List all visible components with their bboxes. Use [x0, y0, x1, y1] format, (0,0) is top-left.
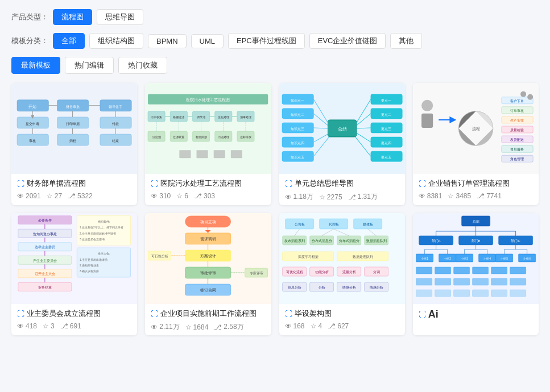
- card-5-info: ⛶ 业主委员会成立流程图 👁 418 ☆ 3 ⎇ 691: [11, 304, 137, 333]
- card-6-forks: ⎇ 2.58万: [214, 322, 243, 332]
- svg-rect-249: [416, 290, 432, 297]
- card-2-stars: ☆ 6: [176, 192, 188, 200]
- svg-text:小组1: 小组1: [421, 257, 428, 260]
- card-1-forks: ⎇ 5322: [68, 192, 93, 200]
- eye-icon-7: 👁: [285, 322, 292, 330]
- svg-text:归档: 归档: [69, 139, 76, 143]
- cat-other[interactable]: 其他: [390, 33, 422, 49]
- svg-text:签订合同: 签订合同: [200, 288, 216, 292]
- card-7[interactable]: 公告板 代理板 媒体板 发布消息系列 分布式消息分 分布式消息分 数据消息队列: [279, 213, 405, 335]
- svg-point-93: [421, 100, 433, 111]
- svg-text:2.业主单元面积超标准申请书: 2.业主单元面积超标准申请书: [80, 232, 116, 235]
- card-8-icon: ⛶: [419, 310, 426, 319]
- card-7-icon: ⛶: [285, 310, 292, 318]
- tab-newest[interactable]: 最新模板: [11, 57, 60, 74]
- svg-text:医院污水处理工艺流程图: 医院污水处理工艺流程图: [186, 98, 230, 102]
- card-4-info: ⛶ 企业销售订单管理流程图 👁 8381 ☆ 3485 ⎇ 7741: [413, 174, 539, 203]
- card-4-stats: 👁 8381 ☆ 3485 ⎇ 7741: [419, 192, 533, 200]
- card-4[interactable]: 流程 客户下单 订单审核 生产安排 质量检验 发货配送: [413, 83, 539, 205]
- svg-text:消毒处理: 消毒处理: [240, 115, 251, 119]
- tab-hot-fav[interactable]: 热门收藏: [118, 57, 167, 74]
- svg-rect-245: [453, 278, 469, 285]
- card-5-stars: ☆ 3: [43, 322, 55, 330]
- cards-grid: 开始 提交申请 审核 财务审批 打印单据 归档 领导签字 付款: [11, 83, 539, 335]
- card-6-stars: ☆ 1684: [185, 323, 209, 331]
- cat-evc[interactable]: EVC企业价值链图: [309, 33, 386, 49]
- card-1-stats: 👁 2091 ☆ 27 ⎇ 5322: [17, 192, 131, 200]
- btn-flowchart[interactable]: 流程图: [53, 9, 92, 25]
- svg-rect-237: [416, 267, 432, 274]
- cat-org[interactable]: 组织结构图: [89, 33, 143, 49]
- card-1[interactable]: 开始 提交申请 审核 财务审批 打印单据 归档 领导签字 付款: [11, 83, 137, 205]
- card-3-stars: ☆ 2275: [319, 193, 342, 201]
- svg-line-92: [355, 137, 370, 156]
- svg-text:售后服务: 售后服务: [510, 148, 524, 151]
- svg-point-112: [520, 91, 526, 97]
- tab-hot-edit[interactable]: 热门编辑: [65, 57, 114, 74]
- card-7-info: ⛶ 毕设架构图 👁 168 ☆ 4 ⎇ 627: [279, 304, 405, 333]
- card-3-views: 👁 1.18万: [285, 192, 313, 202]
- svg-text:开始: 开始: [28, 105, 36, 109]
- svg-text:媒体板: 媒体板: [362, 223, 373, 226]
- card-5[interactable]: 必要条件 告知街道办事处 选举业主委员 产生业主委员会 召开业主大会 业务结束: [11, 213, 137, 335]
- card-2-info: ⛶ 医院污水处理工艺流程图 👁 310 ☆ 6 ⎇ 303: [145, 174, 271, 203]
- card-7-views: 👁 168: [285, 322, 305, 330]
- card-1-title: 财务部单据流程图: [27, 178, 86, 189]
- card-6-views: 👁 2.11万: [151, 322, 179, 332]
- svg-text:分布式消息分: 分布式消息分: [311, 239, 332, 243]
- svg-rect-248: [510, 278, 526, 285]
- svg-rect-238: [435, 267, 450, 274]
- cat-uml[interactable]: UML: [191, 34, 224, 48]
- fork-icon-6: ⎇: [214, 323, 222, 331]
- svg-text:污水收集: 污水收集: [151, 115, 162, 119]
- svg-text:角色管理: 角色管理: [510, 157, 524, 161]
- svg-text:格栅过滤: 格栅过滤: [173, 115, 185, 119]
- cat-epc[interactable]: EPC事件过程线图: [228, 33, 305, 49]
- svg-rect-246: [472, 278, 488, 285]
- svg-text:2.通知所有业主: 2.通知所有业主: [80, 264, 99, 267]
- svg-marker-144: [205, 230, 211, 233]
- svg-rect-252: [472, 290, 488, 297]
- product-type-label: 产品类型：: [11, 12, 48, 22]
- card-6[interactable]: 项目立项 需求调研 方案设计 审批评审 签订合同: [145, 213, 271, 335]
- star-icon-2: ☆: [176, 192, 183, 200]
- btn-mindmap[interactable]: 思维导图: [97, 9, 143, 25]
- svg-text:总部: 总部: [472, 219, 479, 223]
- card-8-title: Ai: [428, 308, 439, 320]
- svg-text:可行性分析: 可行性分析: [151, 255, 168, 258]
- star-icon-6: ☆: [185, 323, 192, 331]
- cat-all[interactable]: 全部: [53, 33, 85, 49]
- card-4-forks: ⎇ 7741: [477, 192, 502, 200]
- card-8[interactable]: 总部 部门A 部门B 部门C: [413, 213, 539, 335]
- svg-text:付款: 付款: [111, 122, 119, 126]
- svg-text:3.确认议程安排: 3.确认议程安排: [80, 269, 99, 273]
- cat-bpmn[interactable]: BPMN: [148, 34, 187, 48]
- card-3-info: ⛶ 单元总结思维导图 👁 1.18万 ☆ 2275 ⎇ 1.31万: [279, 174, 405, 205]
- fork-icon-4: ⎇: [477, 192, 485, 200]
- card-3[interactable]: 总结 知识点一 知识点二 知识点三 知识点四 知识点五: [279, 83, 405, 205]
- svg-text:结束: 结束: [112, 139, 119, 143]
- svg-text:知识点五: 知识点五: [291, 156, 304, 159]
- svg-text:生化处理: 生化处理: [218, 115, 229, 119]
- svg-rect-59: [214, 150, 225, 158]
- category-label: 模板分类：: [11, 36, 48, 46]
- card-2[interactable]: 医院污水处理工艺流程图 污水收集 格栅过滤 调节池 生化处理 消毒处理: [145, 83, 271, 205]
- svg-text:告知街道办事处: 告知街道办事处: [33, 232, 57, 236]
- svg-text:财务审批: 财务审批: [66, 105, 80, 109]
- svg-text:知识点二: 知识点二: [291, 113, 304, 116]
- svg-text:污泥处理: 污泥处理: [218, 135, 229, 139]
- svg-text:要点四: 要点四: [381, 141, 391, 145]
- fork-icon-2: ⎇: [194, 192, 202, 200]
- svg-text:深度学习框架: 深度学习框架: [297, 255, 318, 258]
- svg-text:要点三: 要点三: [381, 127, 391, 131]
- svg-rect-94: [421, 114, 433, 128]
- page-container: 产品类型： 流程图 思维导图 模板分类： 全部 组织结构图 BPMN UML E…: [0, 0, 550, 392]
- svg-text:流程: 流程: [472, 127, 479, 131]
- fork-icon: ⎇: [68, 192, 76, 200]
- svg-text:分词: 分词: [373, 270, 379, 274]
- svg-text:产生业主委员会: 产生业主委员会: [33, 258, 57, 262]
- svg-text:方案设计: 方案设计: [200, 253, 216, 258]
- svg-text:知识点四: 知识点四: [291, 141, 304, 145]
- card-1-stars: ☆ 27: [47, 192, 62, 200]
- card-2-title: 医院污水处理工艺流程图: [160, 178, 242, 189]
